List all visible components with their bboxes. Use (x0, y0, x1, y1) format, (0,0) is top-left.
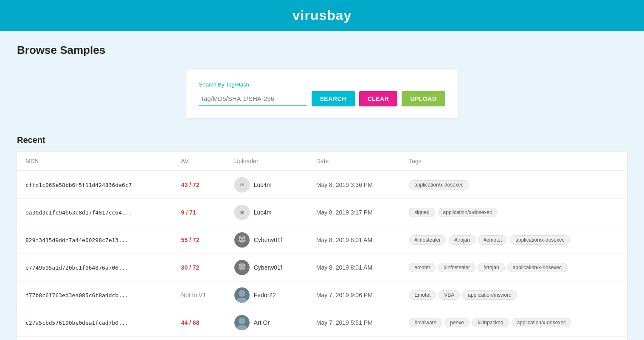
table-row[interactable]: 829f3415d9ddf7a44e00298c7e13...55 / 72 🐺… (17, 226, 627, 254)
date-cell: May 8, 2019 8:01 AM (308, 254, 400, 281)
page-title: Browse Samples (17, 44, 627, 57)
uploader-cell: ✉ Luc4m (226, 199, 308, 226)
page-content: Browse Samples Search By Tag/Hash SEARCH… (0, 31, 644, 340)
av-cell: 9 / 71 (173, 199, 226, 226)
svg-text:🐺: 🐺 (238, 236, 246, 244)
av-cell: 55 / 72 (173, 226, 226, 254)
svg-point-13 (239, 290, 245, 297)
svg-point-15 (239, 318, 245, 324)
avatar: 🐺 (234, 260, 250, 275)
tag[interactable]: VBA (439, 290, 460, 300)
svg-text:✉: ✉ (240, 182, 244, 187)
md5-cell: cffd1c065e58bb6f5f11d424836da6c7 (17, 171, 173, 199)
md5-cell: f77b8c61763ed3ea085c6f8addcb... (17, 281, 173, 309)
avatar (234, 287, 250, 303)
tag[interactable]: #Unpacked (472, 318, 509, 327)
search-button[interactable]: SEARCH (312, 91, 355, 106)
col-md5: MD5 (17, 152, 173, 171)
clear-button[interactable]: CLEAR (359, 91, 398, 106)
tags-cell: EmotetVBAapplication/msword (400, 281, 627, 309)
avatar (234, 315, 250, 330)
uploader-cell: Fedor22 (226, 281, 308, 309)
col-uploader: Uploader (226, 152, 308, 171)
tag[interactable]: #malware (409, 318, 442, 327)
av-cell: 57 / 73 (173, 337, 226, 340)
site-header: virusbay (0, 0, 644, 31)
avatar: ✉ (234, 177, 250, 192)
upload-button[interactable]: UPLOAD (402, 91, 445, 106)
md5-cell: ea30d3c1fc94b63c8d17f4817cc64... (17, 199, 173, 226)
tag[interactable]: #trojan (478, 263, 505, 272)
svg-text:🐺: 🐺 (238, 263, 246, 271)
search-card: Search By Tag/Hash SEARCH CLEAR UPLOAD (186, 70, 458, 118)
tag[interactable]: application/x-dosexec (409, 180, 469, 190)
uploader-name: Fedor22 (254, 292, 276, 298)
tags-cell: #infostealer#trojan#emotetapplication/x-… (400, 226, 627, 254)
md5-cell: e7749595a1d720bc1f064876a706... (17, 254, 173, 281)
tag[interactable]: application/x-dosexec (438, 208, 498, 217)
date-cell: May 8, 2019 3:36 PM (308, 171, 400, 199)
table-row[interactable]: e7749595a1d720bc1f064876a706...30 / 72 🐺… (17, 254, 627, 281)
uploader-name: Luc4m (254, 181, 272, 188)
date-cell: May 7, 2019 3:54 PM (308, 337, 400, 340)
md5-cell: 829f3415d9ddf7a44e00298c7e13... (17, 226, 173, 254)
uploader-cell: ✉ Luc4m (226, 171, 308, 199)
uploader-name: Cyberw01f (254, 264, 282, 271)
date-cell: May 7, 2019 9:06 PM (308, 281, 400, 309)
tag[interactable]: #infostealer (438, 263, 475, 272)
tag[interactable]: emotet (409, 263, 436, 272)
uploader-cell: 🐺 Cyberw01f (226, 254, 308, 281)
col-tags: Tags (400, 152, 627, 171)
tag[interactable]: #emotet (478, 235, 507, 245)
table-row[interactable]: f77b8c61763ed3ea085c6f8addcb...Not In VT… (17, 281, 627, 309)
tags-cell: courseapplication/x-dosexec (400, 337, 627, 340)
avatar: 🐺 (234, 232, 250, 248)
search-input[interactable] (199, 92, 307, 106)
table-row[interactable]: ea30d3c1fc94b63c8d17f4817cc64...9 / 71 ✉… (17, 199, 627, 226)
date-cell: May 8, 2019 3:17 PM (308, 199, 400, 226)
table-body: cffd1c065e58bb6f5f11d424836da6c743 / 72 … (17, 171, 627, 340)
svg-text:✉: ✉ (240, 210, 244, 215)
table-row[interactable]: 108ec1865a814e5b5866e5f0f7c5...57 / 73 ☠… (17, 337, 627, 340)
site-title: virusbay (292, 8, 352, 23)
md5-cell: c27a5cbd576190be0dea1fcad7b0... (17, 309, 173, 337)
av-cell: 30 / 72 (173, 254, 226, 281)
samples-table: MD5 AV Uploader Date Tags cffd1c065e58bb… (17, 152, 627, 340)
tag[interactable]: application/x-dosexec (507, 263, 567, 272)
search-label: Search By Tag/Hash (199, 81, 445, 88)
tag[interactable]: application/msword (462, 290, 517, 300)
avatar: ✉ (234, 205, 250, 220)
uploader-cell: 🐺 Cyberw01f (226, 226, 308, 254)
tag[interactable]: #infostealer (409, 235, 446, 245)
col-date: Date (308, 152, 400, 171)
date-cell: May 8, 2019 8:01 AM (308, 226, 400, 254)
uploader-cell: ☠ Daniel (226, 337, 308, 340)
tags-cell: application/x-dosexec (400, 171, 627, 199)
recent-title: Recent (17, 135, 627, 145)
uploader-name: Art Or (254, 319, 270, 326)
tags-cell: signedapplication/x-dosexec (400, 199, 627, 226)
av-cell: 43 / 72 (173, 171, 226, 199)
av-cell: 44 / 68 (173, 309, 226, 337)
tag[interactable]: #trojan (449, 235, 475, 245)
table-row[interactable]: c27a5cbd576190be0dea1fcad7b0...44 / 68 A… (17, 309, 627, 337)
tag[interactable]: peexe (444, 318, 470, 327)
tag[interactable]: Emotet (409, 290, 436, 300)
col-av: AV (173, 152, 226, 171)
uploader-cell: Art Or (226, 309, 308, 337)
table-row[interactable]: cffd1c065e58bb6f5f11d424836da6c743 / 72 … (17, 171, 627, 199)
tag[interactable]: application/x-dosexec (512, 318, 571, 327)
av-cell: Not In VT (173, 281, 226, 309)
samples-table-container: MD5 AV Uploader Date Tags cffd1c065e58bb… (17, 152, 627, 340)
uploader-name: Cyberw01f (254, 237, 282, 243)
tag[interactable]: signed (409, 208, 435, 217)
search-row: SEARCH CLEAR UPLOAD (199, 91, 445, 106)
date-cell: May 7, 2019 5:51 PM (308, 309, 400, 337)
tags-cell: emotet#infostealer#trojanapplication/x-d… (400, 254, 627, 281)
tag[interactable]: application/x-dosexec (510, 235, 570, 245)
md5-cell: 108ec1865a814e5b5866e5f0f7c5... (17, 337, 173, 340)
uploader-name: Luc4m (254, 209, 272, 216)
tags-cell: #malwarepeexe#Unpackedapplication/x-dose… (400, 309, 627, 337)
table-header: MD5 AV Uploader Date Tags (17, 152, 627, 171)
